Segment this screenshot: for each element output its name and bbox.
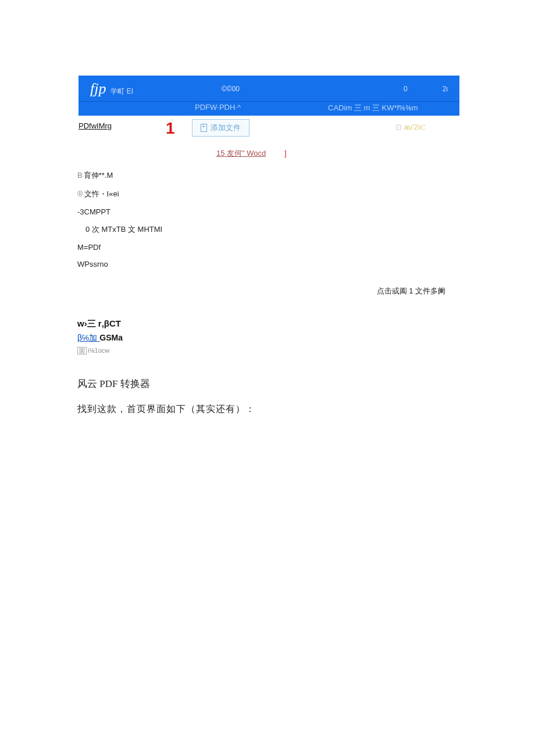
bottom-link-line[interactable]: β℅加 GSMa	[77, 333, 535, 343]
bottom-link-mid: 加	[89, 333, 99, 342]
sidebar-label: WPssrno	[77, 260, 108, 268]
subtext-row: 15 友何" Wocd ]	[79, 148, 459, 159]
logo-suffix: 学町 EI	[110, 87, 133, 95]
toolbar: PDfwIMrg ∴ 1 添加文件 ⊡ au'2IC	[79, 119, 459, 148]
document-page: fjp 学町 EI ©©00 0 2ι PDFW·PDH·^ CADim 三 m…	[0, 0, 535, 415]
logo-text: fjp	[90, 80, 106, 97]
header-right-2: 2ι	[443, 85, 448, 93]
header-right-group: 0 2ι	[404, 85, 448, 93]
logo: fjp 学町 EI	[90, 80, 133, 98]
box-icon: 固	[77, 347, 87, 354]
sidebar-item[interactable]: B育伸**.M	[77, 170, 535, 181]
output-format-label: ⊡ au'2IC	[395, 123, 425, 132]
sidebar-label: 文忤・I«ei	[84, 189, 119, 198]
app-header: fjp 学町 EI ©©00 0 2ι	[79, 76, 459, 102]
sidebar-item[interactable]: M=PDf	[77, 243, 535, 252]
header-tabs: PDFW·PDH·^ CADim 三 m 三 KW*f⅝⅜m	[79, 102, 459, 116]
header-top-row: fjp 学町 EI ©©00 0 2ι	[90, 80, 448, 98]
output-suffix: C	[420, 123, 425, 131]
article-text: 找到这款，首页界面如下（其实还有）：	[77, 403, 535, 415]
sidebar-item-pdfwimrg[interactable]: PDfwIMrg	[79, 121, 112, 130]
bottom-block: w›三 r‚βCT β℅加 GSMa 固i⅛1ocw	[77, 318, 535, 355]
sidebar-prefix: ®	[77, 189, 83, 198]
sidebar-item[interactable]: WPssrno	[77, 260, 535, 268]
bottom-meta: 固i⅛1ocw	[77, 347, 535, 355]
subtext-bracket: ]	[284, 149, 287, 157]
sidebar-item[interactable]: ®文忤・I«ei	[77, 189, 535, 199]
header-right-1: 0	[404, 85, 408, 93]
sidebar-prefix: B	[77, 171, 83, 180]
bottom-link-prefix: β℅	[77, 333, 89, 342]
add-file-label: 添加文件	[211, 123, 241, 133]
sidebar-item[interactable]: 0 次 MTxTB 文 MHTMI	[77, 224, 535, 235]
sidebar-label: -3CMPPT	[77, 207, 110, 216]
document-plus-icon	[201, 124, 207, 132]
article-title: 风云 PDF 转换器	[77, 377, 535, 390]
sidebar-label: 育伸**.M	[84, 171, 113, 180]
header-tab-right[interactable]: CADim 三 m 三 KW*f⅝⅜m	[328, 103, 418, 113]
bottom-heading: w›三 r‚βCT	[77, 318, 535, 329]
sidebar-label: 0 次 MTxTB 文 MHTMI	[85, 225, 162, 234]
drop-zone-hint[interactable]: 点击或阖 1 文件多阑	[0, 286, 459, 296]
add-file-button[interactable]: 添加文件	[192, 119, 249, 137]
output-text: au'2I	[404, 123, 420, 131]
bottom-link-bold: GSMa	[99, 333, 123, 342]
header-tab-left[interactable]: PDFW·PDH·^	[195, 103, 241, 113]
sidebar-label: M=PDf	[77, 243, 101, 252]
sidebar-item[interactable]: -3CMPPT	[77, 207, 535, 216]
header-center-text: ©©00	[222, 85, 240, 93]
sidebar-list: B育伸**.M ®文忤・I«ei -3CMPPT 0 次 MTxTB 文 MHT…	[77, 170, 535, 268]
bottom-meta-text: i⅛1ocw	[88, 347, 109, 354]
file-count-indicator: 1	[166, 119, 175, 138]
subtext-link[interactable]: 15 友何" Wocd	[216, 149, 266, 157]
output-icon: ⊡	[395, 123, 402, 131]
